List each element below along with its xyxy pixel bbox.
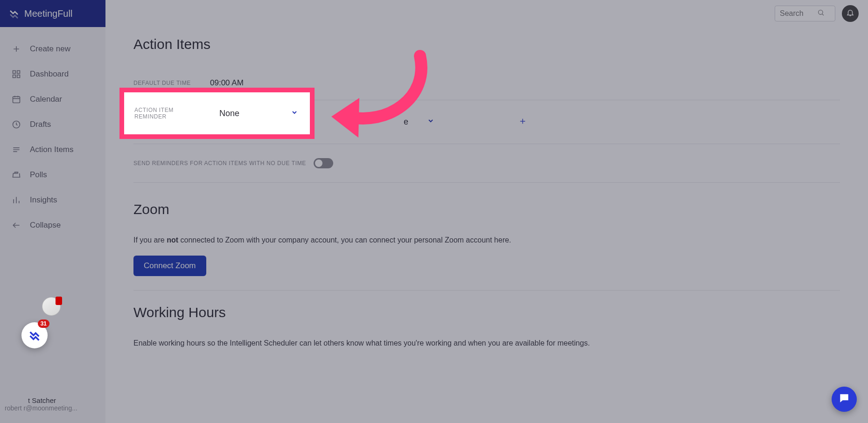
bars-icon [11, 195, 21, 205]
brand-logo[interactable]: MeetingFull [0, 0, 105, 27]
widget-badge-count: 31 [38, 319, 49, 328]
section-title-action-items: Action Items [133, 36, 840, 52]
svg-rect-2 [13, 75, 16, 78]
svg-rect-1 [17, 71, 20, 74]
annotation-highlight: ACTION ITEM REMINDER None [119, 88, 315, 139]
chat-fab[interactable] [832, 387, 857, 412]
reminder-value-highlight: None [219, 109, 239, 118]
svg-rect-4 [13, 97, 20, 103]
send-reminders-toggle[interactable] [314, 158, 333, 168]
sidebar-item-drafts[interactable]: Drafts [0, 112, 105, 137]
sidebar-item-label: Insights [30, 195, 57, 205]
collapse-label: Collapse [30, 221, 61, 230]
sidebar-item-label: Action Items [30, 145, 74, 154]
topbar [105, 0, 868, 27]
reminder-dropdown-highlight[interactable]: None [219, 106, 298, 121]
floating-widget-1[interactable] [42, 297, 61, 316]
polls-icon [11, 170, 21, 180]
send-reminders-label: SEND REMINDERS FOR ACTION ITEMS WITH NO … [133, 160, 306, 166]
chevron-down-icon [427, 117, 434, 127]
toggle-knob [315, 159, 322, 167]
search-box[interactable] [775, 6, 835, 21]
create-new-label: Create new [30, 44, 70, 54]
brand-icon [8, 8, 20, 19]
search-icon [817, 9, 825, 18]
search-input[interactable] [780, 9, 817, 18]
brand-mark-icon [28, 329, 41, 342]
calendar-icon [11, 94, 21, 104]
reminder-label-highlight: ACTION ITEM REMINDER [134, 107, 204, 120]
grid-icon [11, 69, 21, 79]
sidebar-item-label: Drafts [30, 120, 51, 129]
content: Action Items DEFAULT DUE TIME ACTION ITE… [105, 27, 868, 423]
zoom-description: If you are not connected to Zoom with yo… [133, 236, 840, 244]
chat-icon [838, 392, 850, 406]
working-hours-description: Enable working hours so the Intelligent … [133, 339, 840, 347]
list-icon [11, 145, 21, 155]
brand-name: MeetingFull [24, 8, 72, 19]
user-block[interactable]: t Satcher robert r@moonmeeting... [0, 389, 105, 423]
section-working-hours: Working Hours Enable working hours so th… [133, 305, 840, 361]
collapse-sidebar-button[interactable]: Collapse [0, 213, 105, 238]
bell-icon [846, 8, 854, 19]
section-zoom: Zoom If you are not connected to Zoom wi… [133, 201, 840, 291]
add-reminder-button[interactable] [518, 116, 527, 128]
notifications-button[interactable] [842, 5, 859, 22]
sidebar: MeetingFull Create new Dashboard Calenda… [0, 0, 105, 423]
widget-badge-1 [56, 297, 62, 305]
sidebar-item-label: Dashboard [30, 69, 69, 79]
svg-rect-0 [13, 71, 16, 74]
user-email: robert r@moonmeeting... [5, 404, 101, 412]
sidebar-item-calendar[interactable]: Calendar [0, 87, 105, 112]
arrow-left-icon [11, 220, 21, 230]
create-new-button[interactable]: Create new [0, 36, 105, 62]
section-title-working-hours: Working Hours [133, 305, 840, 320]
reminder-value-2: e [404, 117, 408, 127]
plus-icon [11, 44, 21, 54]
floating-widget-2[interactable]: 31 [21, 322, 48, 348]
chevron-down-icon [291, 109, 298, 118]
connect-zoom-button[interactable]: Connect Zoom [133, 256, 206, 276]
send-reminders-row: SEND REMINDERS FOR ACTION ITEMS WITH NO … [133, 158, 840, 168]
sidebar-item-polls[interactable]: Polls [0, 162, 105, 187]
section-title-zoom: Zoom [133, 201, 840, 217]
default-due-time-label: DEFAULT DUE TIME [133, 80, 208, 86]
reminder-dropdown-2[interactable]: e [404, 117, 434, 127]
svg-rect-3 [17, 75, 20, 78]
sidebar-item-insights[interactable]: Insights [0, 187, 105, 213]
sidebar-item-label: Calendar [30, 95, 62, 104]
main: Action Items DEFAULT DUE TIME ACTION ITE… [105, 0, 868, 423]
sidebar-item-action-items[interactable]: Action Items [0, 137, 105, 162]
nav: Create new Dashboard Calendar Drafts [0, 27, 105, 389]
sidebar-item-label: Polls [30, 170, 47, 180]
user-name: t Satcher [28, 396, 101, 404]
clock-icon [11, 119, 21, 130]
sidebar-item-dashboard[interactable]: Dashboard [0, 62, 105, 87]
svg-point-6 [819, 10, 823, 14]
